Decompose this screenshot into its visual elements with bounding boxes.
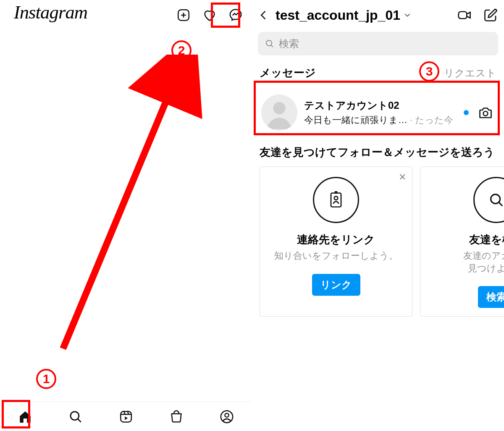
camera-icon[interactable]	[478, 105, 493, 120]
conversation-item[interactable]: テストアカウント02 今日も一緒に頑張りま… · たった今	[257, 87, 499, 138]
svg-point-21	[491, 194, 500, 204]
link-contacts-button[interactable]: リンク	[312, 274, 360, 296]
instagram-logo: Instagram	[5, 3, 93, 28]
compose-icon[interactable]	[483, 8, 498, 23]
card-search-title: 友達を検索	[469, 232, 504, 247]
dm-header: test_account_jp_01	[252, 0, 504, 30]
svg-rect-12	[459, 12, 467, 19]
avatar-icon	[261, 95, 297, 131]
close-icon[interactable]: ✕	[399, 172, 406, 183]
account-switcher[interactable]: test_account_jp_01	[276, 8, 423, 23]
search-friends-button[interactable]: 検索	[478, 286, 504, 308]
svg-text:Instagram: Instagram	[13, 3, 87, 23]
conversation-name: テストアカウント02	[304, 99, 455, 112]
requests-link[interactable]: リクエスト	[444, 66, 496, 80]
search-friends-icon	[473, 177, 504, 223]
search-icon[interactable]	[67, 408, 84, 425]
card-search-subtitle: 友達のアカウン 見つけよう。	[463, 250, 504, 274]
bottom-nav	[0, 402, 252, 431]
svg-point-19	[334, 196, 338, 200]
search-placeholder: 検索	[279, 37, 299, 50]
shop-icon[interactable]	[168, 408, 185, 425]
unread-dot-icon	[464, 110, 469, 115]
messages-title: メッセージ	[260, 66, 316, 80]
profile-icon[interactable]	[218, 408, 235, 425]
card-contacts-title: 連絡先をリンク	[297, 232, 375, 247]
account-name: test_account_jp_01	[276, 8, 400, 23]
ig-header: Instagram	[0, 0, 252, 30]
video-call-icon[interactable]	[457, 8, 472, 23]
card-contacts-subtitle: 知り合いをフォローしよう。	[274, 250, 398, 262]
svg-point-13	[266, 40, 272, 46]
suggestion-cards: ✕ 連絡先をリンク 知り合いをフォローしよう。 リンク 友達を検索 友達のアカウ…	[252, 166, 504, 317]
dm-search-input[interactable]: 検索	[258, 32, 498, 55]
activity-heart-icon[interactable]	[202, 8, 217, 22]
friends-suggestion-title: 友達を見つけてフォロー＆メッセージを送ろう	[252, 141, 504, 166]
messenger-icon[interactable]	[228, 8, 243, 22]
conversation-time: たった今	[415, 114, 453, 126]
chevron-down-icon	[403, 11, 412, 20]
dm-section-row: メッセージ リクエスト	[252, 63, 504, 83]
contacts-icon	[313, 177, 359, 223]
back-chevron-icon[interactable]	[258, 9, 270, 21]
conversation-snippet: 今日も一緒に頑張りま…	[304, 114, 407, 126]
reels-icon[interactable]	[118, 408, 134, 425]
svg-line-14	[271, 45, 273, 47]
svg-line-22	[499, 202, 502, 206]
card-search-friends: 友達を検索 友達のアカウン 見つけよう。 検索	[420, 166, 504, 317]
svg-rect-6	[121, 411, 131, 422]
card-link-contacts: ✕ 連絡先をリンク 知り合いをフォローしよう。 リンク	[260, 166, 412, 317]
svg-point-11	[225, 413, 228, 417]
create-post-icon[interactable]	[176, 8, 191, 22]
svg-rect-20	[335, 192, 337, 193]
svg-point-16	[273, 102, 285, 114]
svg-point-4	[71, 411, 79, 420]
svg-line-5	[78, 419, 81, 422]
svg-point-17	[483, 111, 488, 116]
home-icon[interactable]	[17, 408, 34, 425]
